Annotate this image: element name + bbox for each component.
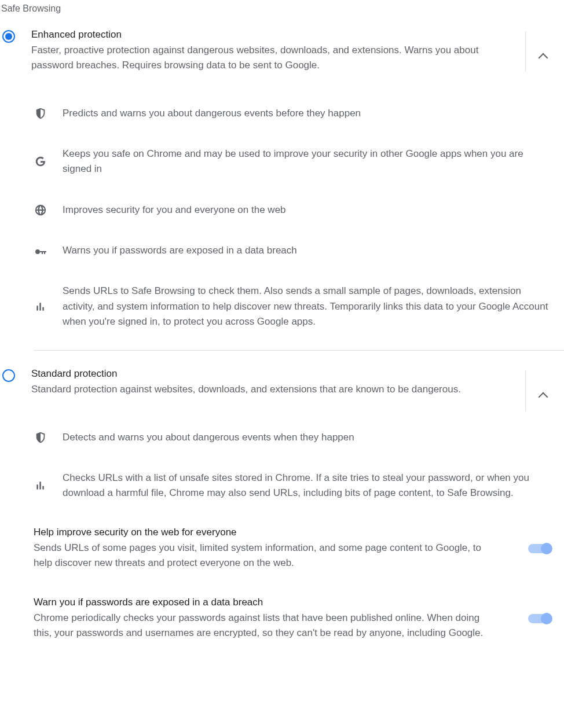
help-improve-title: Help improve security on the web for eve… [34,527,493,538]
divider [34,350,564,351]
password-breach-title: Warn you if passwords are exposed in a d… [34,597,493,608]
help-improve-desc: Sends URLs of some pages you visit, limi… [34,541,493,571]
help-improve-toggle[interactable] [528,544,551,553]
standard-title: Standard protection [31,368,564,380]
google-icon [34,155,47,168]
bars-icon [34,479,47,492]
svg-rect-5 [42,486,44,490]
svg-rect-1 [39,303,41,310]
radio-standard[interactable] [2,369,15,382]
enhanced-details: Predicts and warns you about dangerous e… [2,93,564,343]
standard-details: Detects and warns you about dangerous ev… [2,417,564,514]
standard-desc: Standard protection against websites, do… [31,382,564,397]
enhanced-protection-row[interactable]: Enhanced protection Faster, proactive pr… [2,29,564,93]
section-title: Safe Browsing [0,3,564,29]
bars-icon [34,300,47,314]
help-improve-row: Help improve security on the web for eve… [2,514,564,584]
password-breach-desc: Chrome periodically checks your password… [34,611,493,641]
divider [525,370,526,411]
divider [525,31,526,72]
chevron-up-icon[interactable] [540,391,549,400]
detail-text: Detects and warns you about dangerous ev… [47,430,554,445]
radio-enhanced[interactable] [2,30,15,43]
detail-text: Sends URLs to Safe Browsing to check the… [47,284,554,329]
enhanced-title: Enhanced protection [31,29,564,41]
password-breach-row: Warn you if passwords are exposed in a d… [2,584,564,654]
detail-text: Keeps you safe on Chrome and may be used… [47,146,554,177]
svg-rect-3 [36,485,38,490]
svg-rect-2 [42,307,44,311]
standard-protection-row[interactable]: Standard protection Standard protection … [2,368,564,417]
svg-rect-4 [39,482,41,490]
password-breach-toggle[interactable] [528,614,551,623]
globe-icon [34,203,47,217]
svg-rect-0 [36,306,38,310]
shield-icon [34,431,47,444]
detail-text: Predicts and warns you about dangerous e… [47,106,554,121]
key-icon [34,244,47,258]
detail-text: Checks URLs with a list of unsafe sites … [47,470,554,501]
shield-icon [34,106,47,120]
detail-text: Improves security for you and everyone o… [47,203,554,218]
chevron-up-icon[interactable] [540,52,549,61]
detail-text: Warns you if passwords are exposed in a … [47,243,554,258]
enhanced-desc: Faster, proactive protection against dan… [31,43,564,73]
